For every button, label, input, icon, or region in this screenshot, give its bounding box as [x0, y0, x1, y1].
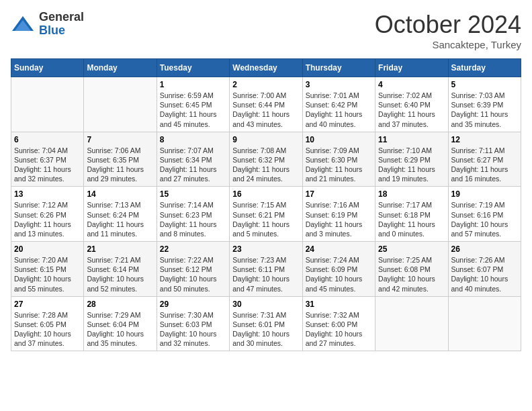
calendar-cell: 1Sunrise: 6:59 AMSunset: 6:45 PMDaylight… [157, 77, 229, 132]
day-number: 10 [306, 135, 372, 144]
calendar-cell: 25Sunrise: 7:25 AMSunset: 6:08 PMDayligh… [375, 242, 448, 297]
location: Sancaktepe, Turkey [375, 39, 521, 50]
day-info: Sunrise: 7:24 AMSunset: 6:09 PMDaylight:… [306, 255, 372, 293]
calendar-cell: 7Sunrise: 7:06 AMSunset: 6:35 PMDaylight… [84, 132, 157, 187]
calendar-cell: 31Sunrise: 7:32 AMSunset: 6:00 PMDayligh… [302, 296, 375, 351]
day-info: Sunrise: 7:17 AMSunset: 6:18 PMDaylight:… [378, 200, 445, 238]
day-number: 7 [87, 135, 153, 144]
day-info: Sunrise: 7:20 AMSunset: 6:15 PMDaylight:… [14, 255, 81, 293]
calendar-cell: 16Sunrise: 7:15 AMSunset: 6:21 PMDayligh… [230, 187, 302, 242]
logo: General Blue [11, 11, 84, 38]
calendar-week-row: 27Sunrise: 7:28 AMSunset: 6:05 PMDayligh… [11, 296, 521, 351]
day-number: 5 [451, 80, 518, 89]
day-info: Sunrise: 7:00 AMSunset: 6:44 PMDaylight:… [232, 91, 299, 129]
day-number: 20 [14, 244, 81, 254]
logo-icon [11, 15, 35, 34]
weekday-header: Friday [375, 59, 448, 77]
calendar-cell: 2Sunrise: 7:00 AMSunset: 6:44 PMDaylight… [230, 77, 302, 132]
day-number: 30 [232, 300, 299, 309]
day-info: Sunrise: 7:23 AMSunset: 6:11 PMDaylight:… [232, 255, 299, 293]
weekday-header: Monday [84, 59, 157, 77]
calendar-cell [375, 296, 448, 351]
calendar-week-row: 6Sunrise: 7:04 AMSunset: 6:37 PMDaylight… [11, 132, 521, 187]
calendar-table: SundayMondayTuesdayWednesdayThursdayFrid… [11, 58, 521, 351]
weekday-header: Wednesday [230, 59, 302, 77]
day-number: 31 [306, 300, 372, 309]
calendar-cell: 12Sunrise: 7:11 AMSunset: 6:27 PMDayligh… [448, 132, 521, 187]
day-number: 25 [378, 244, 445, 254]
calendar-cell: 27Sunrise: 7:28 AMSunset: 6:05 PMDayligh… [11, 296, 84, 351]
day-info: Sunrise: 7:25 AMSunset: 6:08 PMDaylight:… [378, 255, 445, 293]
calendar-cell: 30Sunrise: 7:31 AMSunset: 6:01 PMDayligh… [230, 296, 302, 351]
calendar-cell: 29Sunrise: 7:30 AMSunset: 6:03 PMDayligh… [157, 296, 229, 351]
day-number: 13 [14, 189, 81, 199]
day-info: Sunrise: 7:26 AMSunset: 6:07 PMDaylight:… [451, 255, 518, 293]
day-number: 15 [160, 189, 226, 199]
calendar-cell: 8Sunrise: 7:07 AMSunset: 6:34 PMDaylight… [157, 132, 229, 187]
calendar-cell: 19Sunrise: 7:19 AMSunset: 6:16 PMDayligh… [448, 187, 521, 242]
day-number: 26 [451, 244, 518, 254]
day-number: 3 [306, 80, 372, 89]
day-number: 24 [306, 244, 372, 254]
day-number: 22 [160, 244, 226, 254]
day-number: 14 [87, 189, 153, 199]
calendar-week-row: 20Sunrise: 7:20 AMSunset: 6:15 PMDayligh… [11, 242, 521, 297]
calendar-cell: 22Sunrise: 7:22 AMSunset: 6:12 PMDayligh… [157, 242, 229, 297]
calendar-cell: 6Sunrise: 7:04 AMSunset: 6:37 PMDaylight… [11, 132, 84, 187]
day-info: Sunrise: 6:59 AMSunset: 6:45 PMDaylight:… [160, 91, 226, 129]
logo-blue-text: Blue [39, 24, 84, 38]
day-info: Sunrise: 7:32 AMSunset: 6:00 PMDaylight:… [306, 310, 372, 349]
calendar-cell: 21Sunrise: 7:21 AMSunset: 6:14 PMDayligh… [84, 242, 157, 297]
calendar-header: SundayMondayTuesdayWednesdayThursdayFrid… [11, 59, 521, 77]
calendar-cell [11, 77, 84, 132]
calendar-cell: 13Sunrise: 7:12 AMSunset: 6:26 PMDayligh… [11, 187, 84, 242]
day-info: Sunrise: 7:04 AMSunset: 6:37 PMDaylight:… [14, 146, 81, 184]
day-number: 29 [160, 300, 226, 309]
day-info: Sunrise: 7:13 AMSunset: 6:24 PMDaylight:… [87, 200, 153, 238]
calendar-cell: 17Sunrise: 7:16 AMSunset: 6:19 PMDayligh… [302, 187, 375, 242]
calendar-cell: 11Sunrise: 7:10 AMSunset: 6:29 PMDayligh… [375, 132, 448, 187]
calendar-week-row: 1Sunrise: 6:59 AMSunset: 6:45 PMDaylight… [11, 77, 521, 132]
calendar-cell: 23Sunrise: 7:23 AMSunset: 6:11 PMDayligh… [230, 242, 302, 297]
day-info: Sunrise: 7:09 AMSunset: 6:30 PMDaylight:… [306, 146, 372, 184]
day-info: Sunrise: 7:10 AMSunset: 6:29 PMDaylight:… [378, 146, 445, 184]
day-info: Sunrise: 7:21 AMSunset: 6:14 PMDaylight:… [87, 255, 153, 293]
day-number: 23 [232, 244, 299, 254]
calendar-cell: 10Sunrise: 7:09 AMSunset: 6:30 PMDayligh… [302, 132, 375, 187]
weekday-header: Sunday [11, 59, 84, 77]
calendar-cell [448, 296, 521, 351]
logo-text: General Blue [39, 11, 84, 38]
logo-general-text: General [39, 11, 84, 24]
day-info: Sunrise: 7:29 AMSunset: 6:04 PMDaylight:… [87, 310, 153, 349]
calendar-body: 1Sunrise: 6:59 AMSunset: 6:45 PMDaylight… [11, 77, 521, 351]
day-number: 17 [306, 189, 372, 199]
day-info: Sunrise: 7:08 AMSunset: 6:32 PMDaylight:… [232, 146, 299, 184]
day-info: Sunrise: 7:02 AMSunset: 6:40 PMDaylight:… [378, 91, 445, 129]
weekday-header: Tuesday [157, 59, 229, 77]
day-info: Sunrise: 7:07 AMSunset: 6:34 PMDaylight:… [160, 146, 226, 184]
page-header: General Blue October 2024 Sancaktepe, Tu… [11, 11, 521, 50]
calendar-cell: 14Sunrise: 7:13 AMSunset: 6:24 PMDayligh… [84, 187, 157, 242]
day-number: 21 [87, 244, 153, 254]
day-number: 28 [87, 300, 153, 309]
day-number: 6 [14, 135, 81, 144]
calendar-cell: 9Sunrise: 7:08 AMSunset: 6:32 PMDaylight… [230, 132, 302, 187]
weekday-header: Saturday [448, 59, 521, 77]
day-number: 27 [14, 300, 81, 309]
day-info: Sunrise: 7:30 AMSunset: 6:03 PMDaylight:… [160, 310, 226, 349]
calendar-cell: 3Sunrise: 7:01 AMSunset: 6:42 PMDaylight… [302, 77, 375, 132]
calendar-cell: 24Sunrise: 7:24 AMSunset: 6:09 PMDayligh… [302, 242, 375, 297]
day-info: Sunrise: 7:19 AMSunset: 6:16 PMDaylight:… [451, 200, 518, 238]
calendar-cell [84, 77, 157, 132]
day-number: 9 [232, 135, 299, 144]
day-number: 1 [160, 80, 226, 89]
day-info: Sunrise: 7:01 AMSunset: 6:42 PMDaylight:… [306, 91, 372, 129]
day-number: 2 [232, 80, 299, 89]
month-title: October 2024 [375, 11, 521, 39]
calendar-cell: 28Sunrise: 7:29 AMSunset: 6:04 PMDayligh… [84, 296, 157, 351]
day-info: Sunrise: 7:14 AMSunset: 6:23 PMDaylight:… [160, 200, 226, 238]
calendar-cell: 26Sunrise: 7:26 AMSunset: 6:07 PMDayligh… [448, 242, 521, 297]
day-number: 8 [160, 135, 226, 144]
day-info: Sunrise: 7:11 AMSunset: 6:27 PMDaylight:… [451, 146, 518, 184]
calendar-week-row: 13Sunrise: 7:12 AMSunset: 6:26 PMDayligh… [11, 187, 521, 242]
